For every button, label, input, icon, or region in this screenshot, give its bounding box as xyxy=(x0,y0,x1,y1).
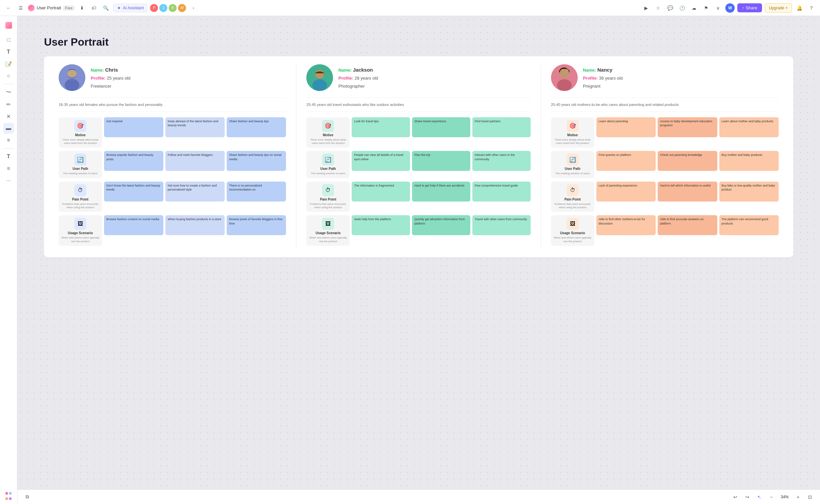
chevron-left-icon[interactable]: ‹ xyxy=(189,3,198,13)
bell-icon[interactable]: 🔔 xyxy=(795,3,804,13)
profile-row: Profile: 36 years oldPregnant xyxy=(583,74,623,90)
section-icon-jackson-0: 🎯 xyxy=(322,120,334,132)
profile-row: Profile: 25 years oldFreelancer xyxy=(91,74,130,90)
section-subtitle-jackson-0: Think more deeply about what users want … xyxy=(309,138,347,145)
comment-button[interactable]: 💬 xyxy=(665,3,675,13)
section-subtitle-jackson-3: When and where users typically use the p… xyxy=(309,236,347,243)
sidebar-list-icon[interactable]: ≡ xyxy=(3,135,14,146)
help-icon[interactable]: ? xyxy=(807,3,816,13)
card-nancy-3-0: Able to find other mothers-to-be for dis… xyxy=(596,215,656,235)
sidebar-list2-icon[interactable]: ≡ xyxy=(3,163,14,174)
section-icon-jackson-1: 🔄 xyxy=(322,154,334,166)
section-label-chris-2: ⏱ Pain Point Problems that users encount… xyxy=(59,182,102,212)
download-button[interactable]: ⬇ xyxy=(77,3,87,13)
sidebar-cross-icon[interactable]: ✕ xyxy=(3,111,14,122)
cursor-button[interactable]: ☆ xyxy=(653,3,663,13)
share-icon: ↑ xyxy=(742,5,744,10)
undo-button[interactable]: ↩ xyxy=(731,492,740,502)
sidebar-pencil-icon[interactable]: ✏ xyxy=(3,99,14,110)
menu-button[interactable]: ☰ xyxy=(16,3,25,13)
card-jackson-1-0: People can view all details of a travel … xyxy=(352,151,410,171)
sidebar-text2-icon[interactable]: T xyxy=(3,151,14,162)
cloud-button[interactable]: ☁ xyxy=(689,3,699,13)
name-row: Name: Jackson xyxy=(338,65,378,74)
card-nancy-2-2: Buy fake or low-quality mother and baby … xyxy=(719,182,779,202)
zoom-in-button[interactable]: + xyxy=(793,492,803,502)
section-label-jackson-0: 🎯 Motive Think more deeply about what us… xyxy=(306,117,350,148)
section-row-nancy-2: ⏱ Pain Point Problems that users encount… xyxy=(551,182,779,212)
avatar-chris xyxy=(59,64,85,91)
share-button[interactable]: ↑ Share xyxy=(737,3,762,12)
fit-button[interactable]: ⊡ xyxy=(805,492,815,502)
search-button[interactable]: 🔍 xyxy=(101,3,111,13)
name-value: Chris xyxy=(105,67,118,73)
clock-button[interactable]: 🕐 xyxy=(677,3,687,13)
toolbar-right: ▶ ☆ 💬 🕐 ☁ ⚑ ∨ W ↑ Share Upgrade + 🔔 ? xyxy=(411,3,816,13)
sidebar-line-icon[interactable]: ▬ xyxy=(3,123,14,134)
svg-point-5 xyxy=(315,70,324,79)
name-row: Name: Chris xyxy=(91,65,130,74)
color-dot-orange xyxy=(5,497,8,500)
section-icon-chris-2: ⏱ xyxy=(74,184,86,196)
section-subtitle-nancy-2: Problems that users encounter when using… xyxy=(554,203,592,210)
section-title-nancy-1: User Path xyxy=(565,167,580,171)
sidebar-note-icon[interactable]: 📝 xyxy=(3,59,14,69)
section-label-chris-0: 🎯 Motive Think more deeply about what us… xyxy=(59,117,102,148)
card-chris-2-1: Not sure how to create a fashion and per… xyxy=(165,182,225,202)
collaborator-1: P xyxy=(150,4,158,12)
profile-row: Profile: 28 years oldPhotographer xyxy=(338,74,378,90)
section-icon-jackson-3: 🖼 xyxy=(322,218,334,230)
section-row-chris-3: 🖼 Usage Scenario When and where users ty… xyxy=(59,215,286,246)
name-row: Name: Nancy xyxy=(583,65,623,74)
user-desc-nancy: 25-40 years old mothers-to-be who cares … xyxy=(551,98,779,112)
canvas-area[interactable]: User Portrait Name: Chris Profile: 25 ye… xyxy=(17,16,820,489)
section-subtitle-nancy-1: The existing solution of users xyxy=(555,172,590,175)
sidebar-pen-icon[interactable]: 〜 xyxy=(3,87,14,98)
card-nancy-2-1: Hard to tell which information is useful xyxy=(658,182,717,202)
section-title-nancy-0: Motive xyxy=(567,133,578,137)
ai-assistant-button[interactable]: ✦ AI Assistant xyxy=(113,4,148,12)
svg-point-2 xyxy=(65,79,79,91)
redo-button[interactable]: ↪ xyxy=(743,492,752,502)
collaborator-4: M xyxy=(178,4,186,12)
section-title-jackson-2: Pain Point xyxy=(320,198,336,201)
share-label: Share xyxy=(746,5,757,10)
name-value: Jackson xyxy=(353,67,373,73)
profile-info-chris: Name: Chris Profile: 25 years oldFreelan… xyxy=(91,65,130,90)
card-jackson-3-0: Seek help from the platform xyxy=(352,215,410,235)
section-label-jackson-1: 🔄 User Path The existing solution of use… xyxy=(306,151,350,178)
svg-point-3 xyxy=(67,70,77,78)
section-title-chris-3: Usage Scenario xyxy=(68,231,93,235)
sidebar-frame-icon[interactable]: □ xyxy=(3,35,14,45)
sidebar-shape-icon[interactable]: ○ xyxy=(3,71,14,81)
cursor-tool-button[interactable]: ↖ xyxy=(755,492,764,502)
back-button[interactable]: ← xyxy=(4,3,13,13)
chevron-down-icon[interactable]: ∨ xyxy=(713,3,723,13)
section-icon-nancy-2: ⏱ xyxy=(567,184,579,196)
section-row-jackson-3: 🖼 Usage Scenario When and where users ty… xyxy=(306,215,530,246)
section-icon-nancy-0: 🎯 xyxy=(567,120,579,132)
user-avatar[interactable]: W xyxy=(725,3,735,13)
play-button[interactable]: ▶ xyxy=(641,3,651,13)
sidebar-dots-icon[interactable]: ··· xyxy=(3,175,14,186)
section-subtitle-chris-1: The existing solution of users xyxy=(63,172,98,175)
sidebar-text-icon[interactable]: T xyxy=(3,47,14,57)
card-chris-0-1: Keep abreast of the latest fashion and b… xyxy=(165,117,225,137)
user-desc-chris: 18-35 years old females who pursue the f… xyxy=(59,98,286,112)
section-label-nancy-1: 🔄 User Path The existing solution of use… xyxy=(551,151,594,178)
card-nancy-1-2: Buy mother and baby products xyxy=(719,151,779,171)
bottom-right: ↩ ↪ ↖ − 34% + ⊡ xyxy=(731,492,815,502)
layers-button[interactable]: ⧉ xyxy=(23,492,32,502)
card-nancy-0-2: Learn about mother and baby products xyxy=(719,117,779,137)
flag-button[interactable]: ⚑ xyxy=(701,3,711,13)
tag-button[interactable]: 🏷 xyxy=(89,3,99,13)
card-chris-2-2: There is no personalized recommendation … xyxy=(227,182,286,202)
avatar-nancy xyxy=(551,64,578,91)
section-label-nancy-0: 🎯 Motive Think more deeply about what us… xyxy=(551,117,594,148)
zoom-out-button[interactable]: − xyxy=(767,492,776,502)
sidebar-gradient-icon[interactable] xyxy=(3,20,14,31)
user-section-jackson: Name: Jackson Profile: 28 years oldPhoto… xyxy=(296,64,541,249)
upgrade-button[interactable]: Upgrade + xyxy=(765,3,792,13)
color-dots-row2 xyxy=(5,497,12,500)
color-dot-blue xyxy=(9,492,12,495)
